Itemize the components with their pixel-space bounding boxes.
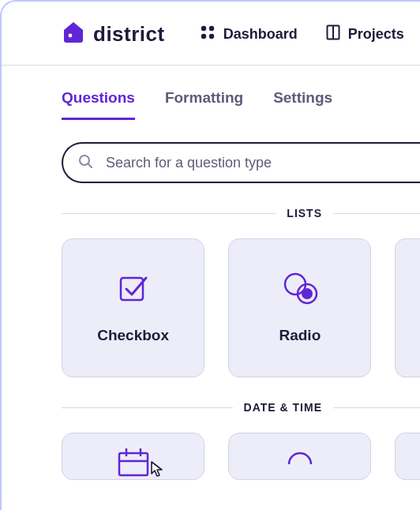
svg-point-2 [208,25,213,30]
tile-label: Radio [279,327,321,344]
tile-time[interactable] [228,433,371,480]
tab-settings[interactable]: Settings [273,89,332,120]
calendar-icon [111,444,156,479]
app-frame: district Dashboard [0,0,420,510]
search-icon [77,153,93,172]
divider [62,407,233,408]
tile-row-datetime [2,414,420,480]
nav-projects[interactable]: Projects [326,24,404,44]
house-icon [62,21,85,47]
svg-line-8 [88,164,92,167]
tile-radio[interactable]: Radio [228,238,371,377]
tile-label: Checkbox [97,327,169,344]
search-field[interactable] [62,142,420,183]
section-header-datetime: DATE & TIME [2,377,420,414]
section-label-datetime: DATE & TIME [233,401,333,414]
svg-rect-13 [119,453,148,475]
svg-point-1 [201,25,205,30]
svg-point-0 [69,34,73,38]
tabs: Questions Formatting Settings [2,66,420,120]
svg-point-12 [302,288,313,299]
svg-point-7 [80,156,89,165]
top-nav: Dashboard Projects [200,24,404,44]
clock-icon [283,444,317,479]
tile-row-lists: Checkbox Radio [2,219,420,377]
svg-rect-9 [121,278,143,300]
search-input[interactable] [104,154,406,172]
section-label-lists: LISTS [276,207,333,219]
divider [333,213,420,214]
divider [333,407,420,408]
cursor-icon [149,460,165,481]
brand-name: district [93,22,165,47]
grid-dots-icon [200,24,216,44]
section-header-lists: LISTS [2,183,420,219]
svg-point-4 [208,33,213,38]
tile-stub[interactable] [395,238,420,377]
brand[interactable]: district [62,21,165,47]
document-icon [326,24,340,44]
tile-date[interactable] [62,433,204,480]
tile-checkbox[interactable]: Checkbox [62,238,204,377]
header: district Dashboard [2,2,420,66]
checkbox-icon [114,272,152,306]
nav-projects-label: Projects [348,26,404,43]
tile-stub[interactable] [395,433,420,480]
radio-icon [278,272,322,306]
tab-formatting[interactable]: Formatting [165,89,243,120]
nav-dashboard-label: Dashboard [223,26,298,43]
tab-questions[interactable]: Questions [62,89,135,120]
nav-dashboard[interactable]: Dashboard [200,24,298,44]
svg-point-3 [201,33,205,38]
search-wrap [2,120,420,183]
divider [62,213,276,214]
